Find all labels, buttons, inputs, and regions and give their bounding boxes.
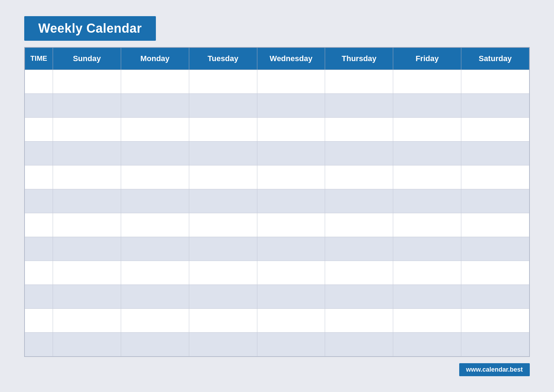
event-cell[interactable] (189, 70, 257, 93)
event-cell[interactable] (189, 93, 257, 117)
event-cell[interactable] (325, 165, 393, 189)
event-cell[interactable] (189, 141, 257, 165)
event-cell[interactable] (53, 117, 121, 141)
event-cell[interactable] (121, 141, 189, 165)
event-cell[interactable] (325, 117, 393, 141)
event-cell[interactable] (121, 261, 189, 285)
event-cell[interactable] (121, 70, 189, 93)
event-cell[interactable] (53, 213, 121, 237)
event-cell[interactable] (121, 165, 189, 189)
event-cell[interactable] (189, 165, 257, 189)
event-cell[interactable] (189, 308, 257, 332)
event-cell[interactable] (393, 141, 461, 165)
table-row (25, 117, 529, 141)
event-cell[interactable] (53, 261, 121, 285)
event-cell[interactable] (189, 285, 257, 308)
event-cell[interactable] (461, 141, 529, 165)
event-cell[interactable] (53, 141, 121, 165)
calendar-container: TIME Sunday Monday Tuesday Wednesday Thu… (24, 47, 530, 357)
table-row (25, 189, 529, 213)
event-cell[interactable] (53, 93, 121, 117)
event-cell[interactable] (189, 261, 257, 285)
event-cell[interactable] (393, 261, 461, 285)
event-cell[interactable] (53, 237, 121, 261)
event-cell[interactable] (53, 165, 121, 189)
event-cell[interactable] (461, 285, 529, 308)
event-cell[interactable] (257, 189, 325, 213)
event-cell[interactable] (257, 332, 325, 356)
event-cell[interactable] (53, 332, 121, 356)
time-cell (25, 332, 53, 356)
event-cell[interactable] (257, 308, 325, 332)
event-cell[interactable] (257, 117, 325, 141)
event-cell[interactable] (393, 285, 461, 308)
event-cell[interactable] (121, 117, 189, 141)
page-wrapper: Weekly Calendar TIME Sunday Monday Tuesd… (14, 6, 540, 387)
event-cell[interactable] (257, 285, 325, 308)
event-cell[interactable] (325, 332, 393, 356)
event-cell[interactable] (461, 93, 529, 117)
event-cell[interactable] (325, 261, 393, 285)
event-cell[interactable] (393, 93, 461, 117)
event-cell[interactable] (393, 189, 461, 213)
event-cell[interactable] (257, 213, 325, 237)
table-row (25, 285, 529, 308)
event-cell[interactable] (53, 70, 121, 93)
col-header-wednesday: Wednesday (257, 47, 325, 70)
event-cell[interactable] (393, 165, 461, 189)
event-cell[interactable] (121, 285, 189, 308)
event-cell[interactable] (121, 237, 189, 261)
event-cell[interactable] (121, 213, 189, 237)
col-header-friday: Friday (393, 47, 461, 70)
event-cell[interactable] (189, 332, 257, 356)
event-cell[interactable] (461, 237, 529, 261)
event-cell[interactable] (53, 308, 121, 332)
event-cell[interactable] (461, 70, 529, 93)
event-cell[interactable] (393, 332, 461, 356)
event-cell[interactable] (325, 213, 393, 237)
event-cell[interactable] (189, 189, 257, 213)
event-cell[interactable] (461, 332, 529, 356)
event-cell[interactable] (325, 70, 393, 93)
col-header-sunday: Sunday (53, 47, 121, 70)
event-cell[interactable] (325, 285, 393, 308)
col-header-saturday: Saturday (461, 47, 529, 70)
event-cell[interactable] (461, 261, 529, 285)
event-cell[interactable] (189, 117, 257, 141)
time-cell (25, 308, 53, 332)
table-row (25, 70, 529, 93)
event-cell[interactable] (393, 237, 461, 261)
event-cell[interactable] (257, 165, 325, 189)
col-header-thursday: Thursday (325, 47, 393, 70)
event-cell[interactable] (325, 237, 393, 261)
event-cell[interactable] (257, 141, 325, 165)
event-cell[interactable] (325, 308, 393, 332)
event-cell[interactable] (189, 237, 257, 261)
event-cell[interactable] (257, 70, 325, 93)
time-cell (25, 117, 53, 141)
event-cell[interactable] (461, 189, 529, 213)
event-cell[interactable] (53, 285, 121, 308)
event-cell[interactable] (393, 308, 461, 332)
time-cell (25, 189, 53, 213)
event-cell[interactable] (393, 117, 461, 141)
event-cell[interactable] (325, 93, 393, 117)
event-cell[interactable] (257, 237, 325, 261)
event-cell[interactable] (393, 70, 461, 93)
event-cell[interactable] (257, 261, 325, 285)
event-cell[interactable] (257, 93, 325, 117)
event-cell[interactable] (461, 117, 529, 141)
event-cell[interactable] (121, 189, 189, 213)
event-cell[interactable] (325, 141, 393, 165)
event-cell[interactable] (189, 213, 257, 237)
event-cell[interactable] (121, 93, 189, 117)
event-cell[interactable] (461, 308, 529, 332)
table-row (25, 165, 529, 189)
event-cell[interactable] (121, 332, 189, 356)
event-cell[interactable] (461, 165, 529, 189)
event-cell[interactable] (325, 189, 393, 213)
event-cell[interactable] (53, 189, 121, 213)
event-cell[interactable] (121, 308, 189, 332)
event-cell[interactable] (393, 213, 461, 237)
event-cell[interactable] (461, 213, 529, 237)
